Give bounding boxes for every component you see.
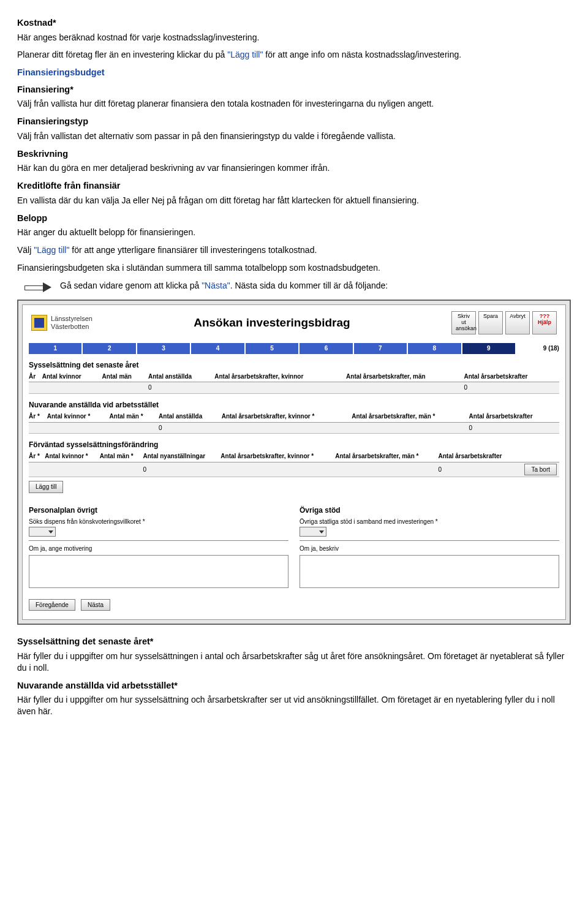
next-button[interactable]: Nästa [81, 599, 110, 611]
col-ar: År * [29, 451, 45, 462]
cell-ars: 0 [469, 422, 559, 434]
col-ars-man: Antal årsarbetskrafter, män * [352, 411, 469, 422]
brand: Länsstyrelsen Västerbotten [31, 315, 92, 331]
heading-kostnad: Kostnad* [17, 17, 571, 29]
col-ars-kv: Antal årsarbetskrafter, kvinnor * [222, 411, 352, 422]
right-select[interactable] [300, 527, 326, 537]
section1-title: Sysselsättning det senaste året [29, 360, 559, 370]
heading-fintyp: Finansieringstyp [17, 116, 571, 128]
col-ars-kv: Antal årsarbetskrafter, kvinnor [214, 371, 346, 382]
p-planerar: Planerar ditt företag fler än en investe… [17, 49, 571, 61]
step-1[interactable]: 1 [29, 343, 83, 354]
arrow-right-icon [24, 281, 53, 293]
section1-table: År Antal kvinnor Antal män Antal anställ… [29, 371, 559, 394]
cell-ars: 0 [438, 462, 518, 477]
p-nuv: Här fyller du i uppgifter om hur syssels… [17, 694, 571, 717]
section4: Personalplan övrigt Söks dispens från kö… [29, 499, 559, 588]
right-q1-row: Övriga statliga stöd i samband med inves… [300, 516, 559, 541]
step-count: 9 (18) [516, 344, 559, 353]
p-summera: Finansieringsbudgeten ska i slutändan su… [17, 262, 571, 274]
right-q2-label: Om ja, beskriv [300, 545, 559, 553]
p-kostnad: Här anges beräknad kostnad för varje kos… [17, 32, 571, 43]
col-ars-kv: Antal årsarbetskrafter, kvinnor * [221, 451, 335, 462]
prev-button[interactable]: Föregående [29, 599, 75, 611]
step-bar: 1 2 3 4 5 6 7 8 9 9 (18) [29, 343, 559, 354]
col-ar: År * [29, 411, 47, 422]
heading-beskriv: Beskrivning [17, 148, 571, 160]
col-ars-man: Antal årsarbetskrafter, män * [335, 451, 438, 462]
laggtill-button[interactable]: Lägg till [29, 481, 63, 493]
left-q1-label: Söks dispens från könskvoteringsvillkore… [29, 518, 288, 526]
table-row: 0 0 [29, 382, 559, 394]
section2-title: Nuvarande anställda vid arbetsstället [29, 400, 559, 410]
col-kvinnor: Antal kvinnor * [45, 451, 100, 462]
step-6[interactable]: 6 [300, 343, 353, 354]
step-7[interactable]: 7 [354, 343, 408, 354]
heading-finansiering: Finansiering* [17, 84, 571, 96]
left-q2-label: Om ja, ange motivering [29, 545, 288, 553]
step-8[interactable]: 8 [408, 343, 462, 354]
table-row: 0 0 [29, 422, 559, 434]
heading-syssel: Sysselsättning det senaste året* [17, 636, 571, 648]
print-button[interactable]: Skriv ut ansökan [451, 311, 476, 334]
table-header-row: År * Antal kvinnor * Antal män * Antal a… [29, 411, 559, 422]
tabort-button[interactable]: Ta bort [524, 464, 557, 476]
text: Planerar ditt företag fler än en investe… [17, 50, 227, 59]
section2-table: År * Antal kvinnor * Antal män * Antal a… [29, 411, 559, 434]
step-9[interactable]: 9 [462, 343, 516, 354]
step-5[interactable]: 5 [246, 343, 300, 354]
col-ars: Antal årsarbetskrafter [464, 371, 559, 382]
embedded-screenshot: Länsstyrelsen Västerbotten Ansökan inves… [17, 300, 571, 625]
right-q1-label: Övriga statliga stöd i samband med inves… [300, 518, 559, 526]
section3-title: Förväntad sysselsättningsförändring [29, 440, 559, 450]
col-man: Antal män * [100, 451, 143, 462]
help-button[interactable]: ??? Hjälp [532, 311, 557, 334]
col-right: Övriga stöd Övriga statliga stöd i samba… [300, 499, 559, 588]
col-ars-man: Antal årsarbetskrafter, män [346, 371, 464, 382]
left-title: Personalplan övrigt [29, 505, 288, 515]
step-3[interactable]: 3 [137, 343, 191, 354]
cancel-button[interactable]: Avbryt [505, 311, 530, 334]
footer-buttons: Föregående Nästa [29, 595, 559, 611]
col-ars: Antal årsarbetskrafter [438, 451, 518, 462]
table-header-row: År * Antal kvinnor * Antal män * Antal n… [29, 451, 559, 462]
right-textarea[interactable] [300, 555, 559, 588]
p-belopp: Här anger du aktuellt belopp för finansi… [17, 227, 571, 238]
app-header: Länsstyrelsen Västerbotten Ansökan inves… [29, 310, 559, 339]
header-buttons: Skriv ut ansökan Spara Avbryt ??? Hjälp [451, 311, 557, 334]
text: för att ange info om nästa kostnadsslag/… [263, 50, 461, 59]
section3-table: År * Antal kvinnor * Antal män * Antal n… [29, 451, 559, 477]
heading-kredit: Kreditlöfte från finansiär [17, 180, 571, 192]
text: Gå sedan vidare genom att klicka på [60, 281, 202, 290]
col-anstallda: Antal anställda [159, 411, 222, 422]
brand-line2: Västerbotten [51, 323, 92, 331]
text: Välj [17, 245, 34, 255]
table-header-row: År Antal kvinnor Antal män Antal anställ… [29, 371, 559, 382]
save-button[interactable]: Spara [478, 311, 503, 334]
p-valj: Välj "Lägg till" för att ange ytterligar… [17, 244, 571, 256]
col-kvinnor: Antal kvinnor * [47, 411, 110, 422]
brand-line1: Länsstyrelsen [51, 315, 92, 323]
p-syssel: Här fyller du i uppgifter om hur syssels… [17, 651, 571, 674]
heading-nuv: Nuvarande anställda vid arbetsstället* [17, 680, 571, 692]
heading-belopp: Belopp [17, 213, 571, 225]
col-ars: Antal årsarbetskrafter [469, 411, 559, 422]
right-title: Övriga stöd [300, 505, 559, 515]
p-ga: Gå sedan vidare genom att klicka på "Näs… [60, 280, 388, 292]
cell-anstallda: 0 [159, 422, 222, 434]
col-ar: År [29, 371, 42, 382]
link-text-laggtill2: "Lägg till" [34, 245, 69, 255]
step-2[interactable]: 2 [83, 343, 137, 354]
app-title: Ansökan investeringsbidrag [194, 315, 350, 331]
p-kredit: En vallista där du kan välja Ja eller Ne… [17, 195, 571, 206]
link-text-laggtill: "Lägg till" [227, 50, 263, 59]
brand-text: Länsstyrelsen Västerbotten [51, 315, 92, 330]
crest-icon [31, 315, 47, 331]
left-select[interactable] [29, 527, 56, 537]
left-textarea[interactable] [29, 555, 288, 588]
col-kvinnor: Antal kvinnor [42, 371, 102, 382]
col-man: Antal män * [110, 411, 159, 422]
p-beskriv: Här kan du göra en mer detaljerad beskri… [17, 162, 571, 174]
step-4[interactable]: 4 [191, 343, 245, 354]
col-left: Personalplan övrigt Söks dispens från kö… [29, 499, 288, 588]
